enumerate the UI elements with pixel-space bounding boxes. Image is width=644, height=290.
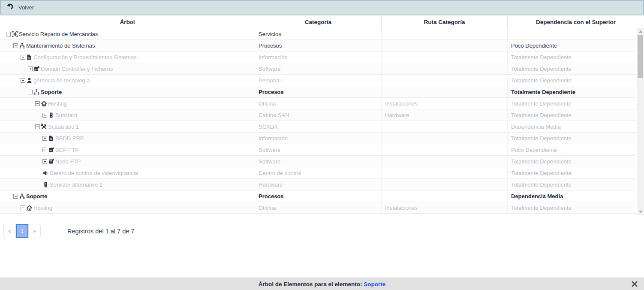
back-button[interactable]: Volver <box>6 3 34 12</box>
expand-toggle[interactable] <box>42 148 47 152</box>
categoria-cell: Información <box>255 51 382 63</box>
ruta-categoria-cell <box>382 121 508 132</box>
collapse-toggle[interactable] <box>6 32 11 36</box>
back-button-label: Volver <box>18 4 34 11</box>
table-row[interactable]: SubHard Cabina SAN Hardware Totalmente D… <box>0 109 636 121</box>
categoria-cell: Información <box>255 133 382 144</box>
table-row[interactable]: Hosting Oficina Instalaciones Totalmente… <box>0 98 636 109</box>
dependencia-cell: Dependencia Media <box>508 190 636 202</box>
categoria-cell: Centro de control <box>255 167 382 178</box>
collapse-toggle[interactable] <box>13 194 18 199</box>
collapse-toggle[interactable] <box>35 124 40 129</box>
tree-node-label: Hosting <box>33 205 52 211</box>
dependencia-cell: Dependencia Media <box>508 121 636 132</box>
tree-node-label: Domain Controller y Ficheros <box>41 66 113 72</box>
column-header-ruta-categoria: Ruta Categoría <box>382 16 508 28</box>
pagination-prev-button[interactable]: « <box>3 224 16 238</box>
categoria-cell: Software <box>255 156 382 167</box>
server-badge-icon <box>48 147 54 153</box>
tree-node-label: BBDD ERP <box>55 135 84 142</box>
categoria-cell: Software <box>255 144 382 155</box>
dependencia-cell: Totalmente Dependiente <box>508 75 636 86</box>
dependencia-cell: Totalmente Dependiente <box>508 156 636 167</box>
ruta-categoria-cell <box>382 51 508 63</box>
tree-node-label: Hosting <box>48 100 67 107</box>
collapse-toggle[interactable] <box>35 101 40 106</box>
collapse-toggle[interactable] <box>13 43 18 48</box>
scroll-down-arrow-icon[interactable] <box>637 208 644 215</box>
tree-node-label: Soporte <box>26 193 47 199</box>
document-icon <box>26 54 33 60</box>
table-row[interactable]: Centro de control de videovigilancia Cen… <box>0 167 636 179</box>
categoria-cell: Cabina SAN <box>255 109 382 121</box>
tree-node-label: gerencia de tecnología <box>33 77 90 84</box>
expand-toggle[interactable] <box>42 159 47 164</box>
categoria-cell: Procesos <box>255 190 382 202</box>
tree-node-label: BCP FTP <box>55 147 79 153</box>
collapse-toggle[interactable] <box>21 205 25 210</box>
tools-icon <box>41 124 47 130</box>
dependencia-cell: Totalmente Dependiente <box>508 133 636 144</box>
tree-node-label: SubHard <box>55 112 77 118</box>
table-row[interactable]: Domain Controller y Ficheros Software To… <box>0 63 636 75</box>
expand-toggle[interactable] <box>42 136 47 141</box>
table-row[interactable]: Mantenimiento de Sistemas Procesos Poco … <box>0 40 636 51</box>
footer-bar: Árbol de Elementos para el elemento: Sop… <box>0 278 644 290</box>
column-header-categoria: Categoría <box>255 16 382 28</box>
vertical-scrollbar[interactable] <box>637 28 644 215</box>
tree-node-label: Mantenimiento de Sistemas <box>26 42 95 49</box>
table-row[interactable]: Soporte Procesos Totalmente Dependiente <box>0 86 636 98</box>
table-row[interactable]: Configuración y Procedimientos Sistemas … <box>0 51 636 63</box>
scroll-up-arrow-icon[interactable] <box>637 28 644 35</box>
categoria-cell: Hardware <box>255 179 382 190</box>
collapse-toggle[interactable] <box>21 78 25 83</box>
speaker-icon <box>42 170 49 176</box>
ruta-categoria-cell <box>382 40 508 51</box>
table-row[interactable]: gerencia de tecnología Personal Totalmen… <box>0 75 636 86</box>
table-row[interactable]: BBDD ERP Información Totalmente Dependie… <box>0 133 636 144</box>
ruta-categoria-cell <box>382 144 508 155</box>
close-x-icon[interactable] <box>630 280 639 288</box>
tree-node-label: Configuración y Procedimientos Sistemas <box>33 54 137 60</box>
dependencia-cell: Totalmente Dependiente <box>508 179 636 190</box>
table-row[interactable]: Servicio Reparto de Mercancias Servicios <box>0 28 636 40</box>
collapse-toggle[interactable] <box>21 55 25 60</box>
dependencia-cell: Totalmente Dependiente <box>508 86 636 97</box>
dependencia-cell: Poco Dependiente <box>508 40 636 51</box>
column-header-arbol: Árbol <box>0 16 255 28</box>
pagination-page-1-button[interactable]: 1 <box>16 224 28 238</box>
server-badge-icon <box>33 66 40 72</box>
records-summary: Registros del 1 al 7 de 7 <box>67 228 134 235</box>
dependencia-cell: Totalmente Dependiente <box>508 51 636 63</box>
table-row[interactable]: BCP FTP Software Poco Dependiente <box>0 144 636 156</box>
expand-toggle[interactable] <box>28 66 33 71</box>
collapse-toggle[interactable] <box>28 90 33 94</box>
table-row[interactable]: Nodo FTP Software Totalmente Dependiente <box>0 156 636 167</box>
home-icon <box>26 205 33 211</box>
sitemap-icon <box>33 89 40 95</box>
dependencia-cell: Totalmente Dependiente <box>508 202 636 213</box>
categoria-cell: Procesos <box>255 40 382 51</box>
footer-element-link[interactable]: Soporte <box>364 281 385 287</box>
server-badge-icon <box>48 158 54 165</box>
ruta-categoria-cell <box>382 63 508 74</box>
categoria-cell: Personal <box>255 75 382 86</box>
table-row[interactable]: Scada tipo 1 SCADA Dependencia Media <box>0 121 636 133</box>
dependencia-cell: Totalmente Dependiente <box>508 109 636 121</box>
column-header-dependencia: Dependencia con el Superior <box>508 16 644 28</box>
table-row[interactable]: Soporte Procesos Dependencia Media <box>0 190 636 202</box>
pagination-next-button[interactable]: » <box>28 224 41 238</box>
categoria-cell: Oficina <box>255 202 382 213</box>
expand-toggle[interactable] <box>42 113 47 118</box>
dependencia-cell <box>508 28 636 39</box>
document-icon <box>48 135 54 142</box>
categoria-cell: Oficina <box>255 98 382 109</box>
sitemap-icon <box>19 42 25 49</box>
tree-node-label: Servicio Reparto de Mercancias <box>19 31 98 37</box>
dependencia-cell: Poco Dependiente <box>508 144 636 155</box>
table-row[interactable]: Hosting Oficina Instalaciones Totalmente… <box>0 202 636 214</box>
tree-node-label: Scada tipo 1 <box>48 124 79 130</box>
scrollbar-thumb[interactable] <box>638 35 643 78</box>
table-row[interactable]: Servidor alternativo 2 Hardware Totalmen… <box>0 179 636 190</box>
ruta-categoria-cell <box>382 167 508 178</box>
